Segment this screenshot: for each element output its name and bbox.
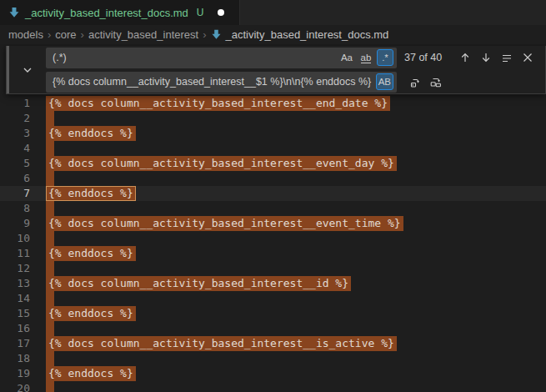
dirty-indicator-icon[interactable] xyxy=(218,9,224,16)
match-case-toggle[interactable]: Aa xyxy=(338,49,355,66)
find-match-highlight xyxy=(46,231,54,246)
find-match-highlight xyxy=(46,171,54,186)
line-number: 6 xyxy=(0,171,30,186)
line-number: 18 xyxy=(0,351,30,366)
find-match-highlight xyxy=(46,381,54,392)
find-replace-widget: Aa ab .* 37 of 40 xyxy=(6,46,546,94)
line-text: {% docs column__activity_based_interest_… xyxy=(46,336,397,351)
close-find-button[interactable] xyxy=(518,48,537,67)
line-number: 12 xyxy=(0,261,30,276)
line-number: 8 xyxy=(0,201,30,216)
find-match-highlight: {% enddocs %} xyxy=(46,246,136,261)
code-line[interactable]: 7{% enddocs %} xyxy=(0,186,546,201)
code-line[interactable]: 6 xyxy=(0,171,546,186)
breadcrumb-item-models[interactable]: models xyxy=(8,28,43,41)
tab-filename: _activity_based_interest_docs.md xyxy=(25,7,188,19)
breadcrumb-file-label: _activity_based_interest_docs.md xyxy=(226,28,389,41)
line-text: {% enddocs %} xyxy=(46,306,136,321)
code-line[interactable]: 3{% enddocs %} xyxy=(0,126,546,141)
next-match-button[interactable] xyxy=(477,48,495,67)
code-line[interactable]: 18 xyxy=(0,351,546,366)
code-line[interactable]: 16 xyxy=(0,321,546,336)
find-match-highlight: {% docs column__activity_based_interest_… xyxy=(46,276,351,291)
code-line[interactable]: 10 xyxy=(0,231,546,246)
replace-all-button[interactable] xyxy=(427,73,445,91)
find-inputbox: Aa ab .* xyxy=(46,48,397,68)
line-number: 20 xyxy=(0,381,30,392)
replace-button[interactable] xyxy=(406,73,424,91)
line-text: {% enddocs %} xyxy=(46,186,136,201)
markdown-file-icon xyxy=(211,29,222,40)
find-input[interactable] xyxy=(53,48,336,68)
find-match-highlight: {% docs column__activity_based_interest_… xyxy=(46,336,397,351)
chevron-right-icon: › xyxy=(203,28,206,41)
find-in-selection-icon xyxy=(501,52,513,63)
line-number: 5 xyxy=(0,156,30,171)
line-number: 9 xyxy=(0,216,30,231)
find-match-highlight xyxy=(46,201,54,216)
code-line[interactable]: 9{% docs column__activity_based_interest… xyxy=(0,216,546,231)
breadcrumb-item-activity_based_interest[interactable]: activity_based_interest xyxy=(88,28,198,41)
line-text xyxy=(46,381,54,392)
find-match-highlight xyxy=(46,291,54,306)
editor-tab[interactable]: _activity_based_interest_docs.md U xyxy=(0,0,240,25)
line-number: 14 xyxy=(0,291,30,306)
breadcrumb-item-file[interactable]: _activity_based_interest_docs.md xyxy=(211,28,389,41)
code-line[interactable]: 1{% docs column__activity_based_interest… xyxy=(0,96,546,111)
line-text: {% docs column__activity_based_interest_… xyxy=(46,216,403,231)
tab-bar: _activity_based_interest_docs.md U xyxy=(0,0,546,25)
code-line[interactable]: 12 xyxy=(0,261,546,276)
find-match-highlight: {% enddocs %} xyxy=(46,126,136,141)
toggle-replace-button[interactable] xyxy=(9,46,46,93)
line-number: 10 xyxy=(0,231,30,246)
code-line[interactable]: 15{% enddocs %} xyxy=(0,306,546,321)
line-number: 19 xyxy=(0,366,30,381)
find-row: Aa ab .* 37 of 40 xyxy=(46,48,540,68)
code-line[interactable]: 8 xyxy=(0,201,546,216)
git-status-badge: U xyxy=(197,7,204,18)
replace-inputbox: AB xyxy=(46,72,397,93)
close-icon xyxy=(523,53,533,63)
find-match-highlight xyxy=(46,351,54,366)
match-count: 37 of 40 xyxy=(404,52,442,63)
replace-input[interactable] xyxy=(53,72,373,93)
line-text: {% docs column__activity_based_interest_… xyxy=(46,156,397,171)
previous-match-button[interactable] xyxy=(456,48,474,67)
code-lines: 1{% docs column__activity_based_interest… xyxy=(0,44,546,392)
regex-toggle[interactable]: .* xyxy=(377,49,393,66)
line-number: 11 xyxy=(0,246,30,261)
code-line[interactable]: 4 xyxy=(0,141,546,156)
code-line[interactable]: 2 xyxy=(0,111,546,126)
find-in-selection-button[interactable] xyxy=(498,48,516,67)
code-line[interactable]: 19{% enddocs %} xyxy=(0,366,546,381)
vscode-window: _activity_based_interest_docs.md U model… xyxy=(0,0,546,392)
find-match-highlight xyxy=(46,141,54,156)
line-text: {% enddocs %} xyxy=(46,246,136,261)
whole-word-toggle[interactable]: ab xyxy=(358,49,374,66)
line-text: {% docs column__activity_based_interest_… xyxy=(46,276,351,291)
line-number: 2 xyxy=(0,111,30,126)
breadcrumb-item-core[interactable]: core xyxy=(55,28,76,41)
find-match-highlight xyxy=(46,111,54,126)
code-line[interactable]: 14 xyxy=(0,291,546,306)
line-number: 7 xyxy=(0,186,30,201)
line-number: 3 xyxy=(0,126,30,141)
line-number: 17 xyxy=(0,336,30,351)
breadcrumb: models›core›activity_based_interest›_act… xyxy=(0,25,546,44)
markdown-file-icon xyxy=(8,7,20,18)
preserve-case-toggle[interactable]: AB xyxy=(376,73,393,90)
replace-all-icon xyxy=(429,76,443,88)
line-number: 4 xyxy=(0,141,30,156)
line-text: {% enddocs %} xyxy=(46,366,136,381)
replace-row: AB xyxy=(46,72,540,93)
editor-pane[interactable]: 1{% docs column__activity_based_interest… xyxy=(0,44,546,392)
code-line[interactable]: 11{% enddocs %} xyxy=(0,246,546,261)
code-line[interactable]: 13{% docs column__activity_based_interes… xyxy=(0,276,546,291)
code-line[interactable]: 5{% docs column__activity_based_interest… xyxy=(0,156,546,171)
chevron-down-icon xyxy=(23,65,33,75)
replace-icon xyxy=(409,76,422,88)
line-text: {% enddocs %} xyxy=(46,126,136,141)
find-match-highlight: {% enddocs %} xyxy=(46,366,136,381)
code-line[interactable]: 20 xyxy=(0,381,546,392)
code-line[interactable]: 17{% docs column__activity_based_interes… xyxy=(0,336,546,351)
